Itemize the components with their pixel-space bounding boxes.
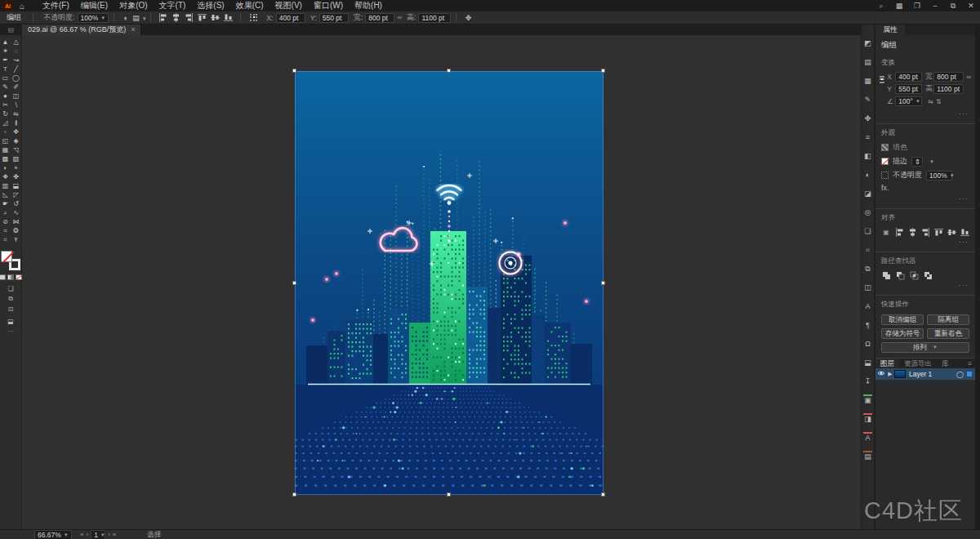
magic-wand-tool[interactable]: ✶ <box>0 47 11 56</box>
plugin-panel-icon-2[interactable]: ◨ <box>862 413 874 425</box>
artboard-tool[interactable]: ⬓ <box>11 181 21 190</box>
constrain-proportions-icon[interactable]: ∞ <box>966 74 971 81</box>
selection-handle[interactable] <box>292 492 296 497</box>
align-more-options[interactable]: ··· <box>875 237 975 247</box>
tab-properties[interactable]: 属性 <box>875 24 905 35</box>
ellipse-tool[interactable]: ◯ <box>11 74 21 82</box>
path-eraser-tool[interactable]: ⊘ <box>0 217 11 226</box>
stroke-panel-icon[interactable]: ≡ <box>862 131 874 144</box>
selection-handle[interactable] <box>601 69 605 73</box>
previous-artboard-icon[interactable]: ‹ <box>86 531 88 538</box>
home-icon[interactable]: ⌂ <box>16 2 29 11</box>
chevron-down-icon[interactable]: ▼ <box>929 159 934 164</box>
align-horizontal-center-icon[interactable] <box>171 13 181 22</box>
eyedropper-tool[interactable]: ◗ <box>0 163 11 172</box>
expand-chevron-icon[interactable]: ▶ <box>887 371 893 377</box>
twirl-tool[interactable]: ❂ <box>11 226 21 235</box>
none-button[interactable] <box>16 274 22 280</box>
align-horizontal-right-icon[interactable] <box>184 13 194 22</box>
selection-tool[interactable]: ▲ <box>0 38 11 47</box>
transform-panel-icon[interactable]: ⧉ <box>862 263 874 275</box>
color-button[interactable] <box>0 274 6 280</box>
transform-more-options[interactable]: ··· <box>875 109 975 119</box>
close-icon[interactable]: ✕ <box>962 0 980 11</box>
rotate-view-tool[interactable]: ↺ <box>11 199 21 208</box>
perspective-grid-tool[interactable]: ▦ <box>0 145 11 154</box>
perspective-selection-tool[interactable]: ◹ <box>11 145 21 154</box>
unite-icon[interactable] <box>881 271 892 280</box>
rectangle-tool[interactable]: ▭ <box>0 74 11 82</box>
fill-stroke-widget[interactable] <box>1 251 20 270</box>
menu-help[interactable]: 帮助(H) <box>349 0 388 11</box>
y-field[interactable]: 550 pt <box>895 84 922 94</box>
slice-tool[interactable]: ◺ <box>0 190 11 199</box>
layer-name[interactable]: Layer 1 <box>909 370 932 378</box>
artboards-panel-icon[interactable]: ⬓ <box>862 357 874 369</box>
pathfinder-panel-icon[interactable]: ◫ <box>862 282 874 294</box>
touch-type-tool[interactable]: Ŧ <box>11 235 21 244</box>
transform-icon[interactable]: ✥ <box>461 14 474 22</box>
gradient-tool[interactable]: ▧ <box>11 154 21 163</box>
angle-field[interactable]: 100°▼ <box>895 96 922 106</box>
fill-swatch-none[interactable] <box>1 251 12 262</box>
transparency-panel-icon[interactable]: ◐ <box>862 169 874 181</box>
height-field[interactable]: 1100 pt <box>933 84 964 94</box>
menu-view[interactable]: 视图(V) <box>270 0 308 11</box>
draw-behind-icon[interactable]: ⧉ <box>8 295 13 303</box>
align-horizontal-right-icon[interactable] <box>920 228 930 237</box>
menu-window[interactable]: 窗口(W) <box>308 0 349 11</box>
join-tool[interactable]: ⋈ <box>11 217 21 226</box>
selection-handle[interactable] <box>292 281 296 285</box>
selection-handle[interactable] <box>601 492 605 497</box>
glyphs-panel-icon[interactable]: Ω <box>862 338 874 350</box>
layer-row[interactable]: ▶ Layer 1 ◯ <box>875 368 975 380</box>
height-field[interactable]: 1100 pt <box>418 13 451 23</box>
slice-selection-tool[interactable]: ◸ <box>11 190 21 199</box>
fx-button[interactable]: fx. <box>881 184 889 192</box>
graphic-style-icon[interactable]: ▤▼ <box>132 14 145 22</box>
menu-file[interactable]: 文件(F) <box>37 0 75 11</box>
measure-tool[interactable]: ⌖ <box>11 163 21 172</box>
minus-front-icon[interactable] <box>895 271 906 280</box>
dock-grip[interactable]: ··· <box>866 24 871 31</box>
constrain-proportions-icon[interactable]: ∞ <box>397 14 402 21</box>
panel-menu-icon[interactable]: ≡ <box>968 359 975 368</box>
align-vertical-top-icon[interactable] <box>933 228 943 237</box>
shape-builder-tool[interactable]: ◱ <box>0 136 11 145</box>
align-to-selection-icon[interactable]: ▣ <box>881 228 891 237</box>
recolor-button[interactable]: 重新着色 <box>927 328 969 339</box>
stroke-swatch-none[interactable] <box>881 158 889 165</box>
reference-point-widget[interactable] <box>880 75 884 84</box>
gradient-panel-icon[interactable]: ◧ <box>862 150 874 163</box>
workspace-switcher-icon[interactable]: ▦ <box>890 0 908 11</box>
pen-tool[interactable]: ✒ <box>0 56 11 65</box>
search-icon[interactable]: ⌕ <box>872 0 890 11</box>
document-tab[interactable]: 029.ai @ 66.67 % (RGB/预览) × <box>22 24 141 35</box>
swatches-panel-icon[interactable]: ▦ <box>862 75 874 87</box>
menu-edit[interactable]: 编辑(E) <box>75 0 114 11</box>
asset-export-panel-icon[interactable]: ↧ <box>862 376 874 388</box>
menu-effect[interactable]: 效果(C) <box>230 0 270 11</box>
draw-normal-icon[interactable]: ❏ <box>7 285 13 292</box>
color-guide-panel-icon[interactable]: ▤ <box>862 56 874 69</box>
selection-handle[interactable] <box>447 492 451 497</box>
first-artboard-icon[interactable]: « <box>80 531 83 538</box>
last-artboard-icon[interactable]: » <box>113 531 116 538</box>
reflect-tool[interactable]: ⇋ <box>11 109 21 118</box>
next-artboard-icon[interactable]: › <box>108 531 110 538</box>
pathfinder-more-options[interactable]: ··· <box>875 280 975 291</box>
scale-tool[interactable]: ◿ <box>0 118 11 127</box>
tab-asset-export[interactable]: 资源导出 <box>899 359 937 368</box>
crop-tool[interactable]: ⌗ <box>0 235 11 244</box>
y-field[interactable]: 550 pt <box>319 13 349 23</box>
appearance-panel-icon[interactable]: ◪ <box>862 188 874 200</box>
save-as-symbol-button[interactable]: 存储为符号 <box>881 328 924 339</box>
character-panel-icon[interactable]: A <box>862 301 874 313</box>
x-field[interactable]: 400 pt <box>895 72 922 82</box>
curvature-tool[interactable]: ↝ <box>11 56 21 65</box>
width-field[interactable]: 800 pt <box>365 13 394 23</box>
align-horizontal-left-icon[interactable] <box>158 13 168 22</box>
align-vertical-bottom-icon[interactable] <box>960 228 969 237</box>
menu-select[interactable]: 选择(S) <box>191 0 229 11</box>
width-field[interactable]: 800 pt <box>933 72 964 82</box>
